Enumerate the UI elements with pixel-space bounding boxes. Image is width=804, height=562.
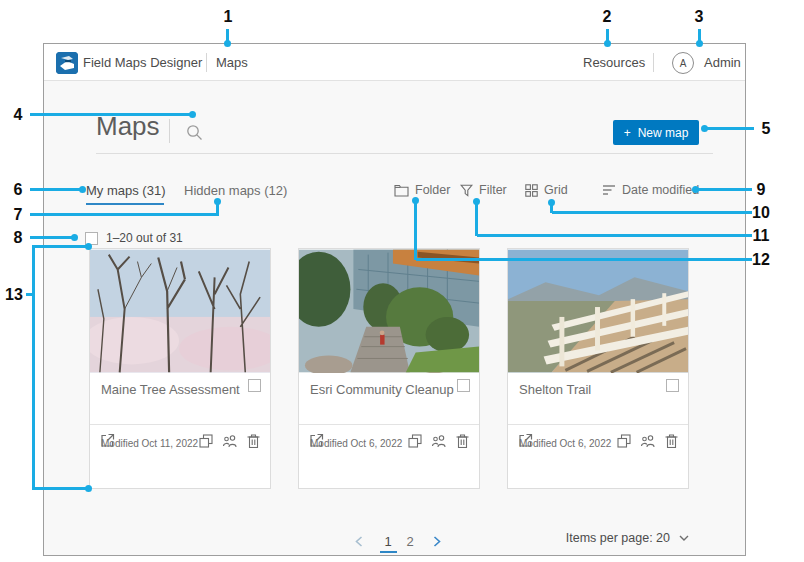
callout-1-dot <box>224 40 231 47</box>
callout-5: 5 <box>757 120 775 138</box>
share-group-icon[interactable] <box>640 434 656 448</box>
card-footer <box>299 424 479 456</box>
map-title: Maine Tree Assessment <box>101 382 240 397</box>
callout-5-dot <box>701 125 708 132</box>
filter-icon <box>460 184 473 197</box>
map-thumbnail-trail[interactable] <box>508 249 688 373</box>
map-thumbnail-building[interactable] <box>299 249 479 373</box>
callout-6: 6 <box>9 181 27 199</box>
prev-page-button[interactable] <box>350 536 368 547</box>
callout-13: 13 <box>5 286 23 304</box>
callout-10: 10 <box>752 204 770 222</box>
callout-12-dot <box>412 197 419 204</box>
sort-button[interactable]: Date modified <box>602 183 699 197</box>
filter-label: Filter <box>479 183 507 197</box>
delete-icon[interactable] <box>247 434 260 448</box>
card-body: Maine Tree Assessment Modified Oct 11, 2… <box>90 373 270 456</box>
header-divider-2 <box>653 53 654 72</box>
folder-button[interactable]: Folder <box>394 183 450 197</box>
avatar[interactable]: A <box>672 52 694 74</box>
search-button[interactable] <box>184 122 204 142</box>
callout-3-dot <box>696 40 703 47</box>
callout-6-dot <box>79 186 86 193</box>
search-icon <box>186 124 203 141</box>
callout-13-dot-top <box>85 243 92 250</box>
new-map-label: New map <box>638 126 689 140</box>
share-group-icon[interactable] <box>431 434 447 448</box>
items-per-page-select[interactable]: Items per page: 20 <box>566 531 689 545</box>
nav-resources[interactable]: Resources <box>583 44 645 81</box>
map-card[interactable]: Maine Tree Assessment Modified Oct 11, 2… <box>89 248 271 489</box>
map-checkbox[interactable] <box>248 379 261 392</box>
items-per-page-label: Items per page: 20 <box>566 531 670 545</box>
callout-9: 9 <box>752 181 770 199</box>
callout-13-top <box>32 245 86 248</box>
app-window: Field Maps Designer Maps Resources A Adm… <box>43 43 746 556</box>
app-header: Field Maps Designer Maps Resources A Adm… <box>44 44 745 81</box>
callout-12: 12 <box>752 251 770 269</box>
field-maps-logo-icon <box>56 52 78 74</box>
callout-2: 2 <box>598 8 616 26</box>
map-card[interactable]: Shelton Trail Modified Oct 6, 2022 <box>507 248 689 489</box>
header-divider <box>206 53 207 72</box>
grid-label: Grid <box>544 183 568 197</box>
map-title: Esri Community Cleanup <box>310 382 454 397</box>
callout-7: 7 <box>9 206 27 224</box>
plus-icon: + <box>624 126 631 140</box>
duplicate-icon[interactable] <box>408 434 422 448</box>
callout-6-line <box>30 188 80 191</box>
map-card[interactable]: Esri Community Cleanup Modified Oct 6, 2… <box>298 248 480 489</box>
callout-9-line <box>697 188 752 191</box>
filter-button[interactable]: Filter <box>460 183 507 197</box>
app-title: Field Maps Designer <box>83 44 202 81</box>
callout-11-dot <box>473 198 480 205</box>
callout-4: 4 <box>9 106 27 124</box>
delete-icon[interactable] <box>665 434 678 448</box>
active-page-underline <box>380 551 397 553</box>
callout-9-dot <box>692 186 699 193</box>
folder-icon <box>394 184 409 197</box>
callout-11-line <box>477 234 752 237</box>
chevron-down-icon <box>679 535 689 541</box>
open-map-icon[interactable] <box>518 433 533 448</box>
callout-13-bottom <box>32 487 86 490</box>
annotated-screenshot: Field Maps Designer Maps Resources A Adm… <box>0 0 804 562</box>
callout-2-dot <box>604 40 611 47</box>
callout-10-line <box>552 211 752 214</box>
callout-4-line <box>30 113 190 116</box>
tab-my-maps[interactable]: My maps (31) <box>86 183 165 198</box>
open-map-icon[interactable] <box>100 433 115 448</box>
callout-8-line <box>30 236 72 239</box>
map-title: Shelton Trail <box>519 382 591 397</box>
map-thumbnail-trees[interactable] <box>90 249 270 373</box>
duplicate-icon[interactable] <box>617 434 631 448</box>
new-map-button[interactable]: + New map <box>613 120 699 145</box>
callout-3: 3 <box>690 8 708 26</box>
callout-1: 1 <box>219 8 237 26</box>
grid-view-button[interactable]: Grid <box>525 183 568 197</box>
callout-7-dot <box>214 198 221 205</box>
callout-12-line <box>416 258 752 261</box>
delete-icon[interactable] <box>456 434 469 448</box>
callout-4-dot <box>189 111 196 118</box>
map-checkbox[interactable] <box>666 379 679 392</box>
active-tab-underline <box>86 203 164 205</box>
callout-10-dot <box>548 199 555 206</box>
map-checkbox[interactable] <box>457 379 470 392</box>
page-1-button[interactable]: 1 <box>380 534 396 549</box>
tab-hidden-maps[interactable]: Hidden maps (12) <box>184 183 287 198</box>
folder-label: Folder <box>415 183 450 197</box>
card-body: Shelton Trail Modified Oct 6, 2022 <box>508 373 688 456</box>
selection-count-label: 1–20 out of 31 <box>106 231 183 245</box>
open-map-icon[interactable] <box>309 433 324 448</box>
callout-13-bracket <box>32 245 35 490</box>
callout-12-elbow <box>414 201 417 260</box>
callout-8: 8 <box>9 229 27 247</box>
nav-maps[interactable]: Maps <box>216 44 248 81</box>
share-group-icon[interactable] <box>222 434 238 448</box>
page-2-button[interactable]: 2 <box>402 534 418 549</box>
duplicate-icon[interactable] <box>199 434 213 448</box>
callout-13-dot-bottom <box>85 485 92 492</box>
next-page-button[interactable] <box>428 536 446 547</box>
user-name[interactable]: Admin <box>704 44 741 81</box>
